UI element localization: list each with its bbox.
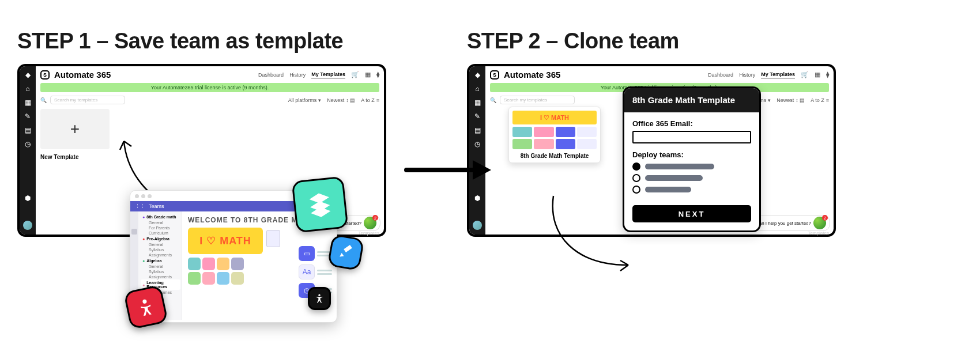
home-icon[interactable]: ⌂ (473, 85, 481, 93)
filter-newest[interactable]: Newest ↕ ▤ (777, 97, 805, 103)
new-template-card[interactable]: + New Template (40, 109, 110, 160)
trial-banner: Your Automate365 trial license is active… (40, 83, 379, 92)
activity-icon[interactable]: ⧫ (826, 71, 829, 78)
window-controls (135, 194, 152, 198)
logo-icon[interactable]: ◆ (24, 71, 32, 79)
nav-history[interactable]: History (739, 72, 755, 78)
accessibility-tile-icon (123, 285, 168, 330)
avatar[interactable] (23, 221, 32, 230)
step2-title: STEP 2 – Clone team (467, 29, 836, 54)
svg-point-1 (142, 299, 147, 304)
team-item[interactable]: Assignments (141, 274, 180, 279)
deploy-option-2[interactable] (632, 174, 751, 182)
filter-platforms[interactable]: All platforms ▾ (288, 97, 322, 103)
templates-tag: Templates (359, 230, 379, 236)
search-input[interactable]: Search my templates (50, 96, 125, 104)
chat-avatar-icon: 2 (813, 217, 826, 229)
new-template-label: New Template (40, 154, 110, 160)
svg-point-0 (318, 294, 320, 296)
email-input[interactable] (632, 131, 751, 143)
filter-newest[interactable]: Newest ↕ ▤ (327, 97, 355, 103)
doc-icon[interactable]: ▤ (473, 126, 481, 134)
clock-icon[interactable]: ◷ (473, 140, 481, 148)
topbar: S Automate 365 Dashboard History My Temp… (40, 70, 379, 80)
clock-icon[interactable]: ◷ (24, 140, 32, 148)
filter-atoz[interactable]: A to Z ≡ (361, 97, 379, 103)
cart-icon[interactable]: 🛒 (801, 71, 809, 78)
nav-dashboard[interactable]: Dashboard (258, 72, 284, 78)
team-item[interactable]: General (141, 242, 180, 247)
wand-icon[interactable]: ✎ (24, 112, 32, 120)
team-item[interactable]: Curriculum (141, 230, 180, 236)
filter-atoz[interactable]: A to Z ≡ (811, 97, 829, 103)
sidebar: ◆ ⌂ ▦ ✎ ▤ ◷ ⬢ (20, 66, 36, 235)
mini-banner: I ♡ MATH (512, 111, 597, 124)
nav-history[interactable]: History (289, 72, 306, 78)
chat-badge: 2 (372, 215, 378, 221)
home-icon[interactable]: ⌂ (24, 85, 32, 93)
settings-icon[interactable]: ▦ (815, 71, 820, 78)
team-item[interactable]: General (141, 264, 180, 269)
team-group-1[interactable]: ●Pre-Algebra (141, 236, 180, 242)
filters: All platforms ▾ Newest ↕ ▤ A to Z ≡ (288, 97, 379, 103)
team-item[interactable]: Syllabus (141, 247, 180, 252)
team-item[interactable]: General (141, 220, 180, 225)
sidebar: ◆ ⌂ ▦ ✎ ▤ ◷ ⬢ (469, 66, 485, 235)
app-logo-icon: S (40, 70, 50, 80)
option-bar (645, 187, 691, 192)
team-item[interactable]: Syllabus (141, 269, 180, 274)
search-input[interactable]: Search my templates (500, 96, 575, 104)
nav: Dashboard History My Templates 🛒 ▦ ⧫ (258, 71, 379, 78)
app-logo-icon: S (490, 70, 499, 80)
cube-icon[interactable]: ⬢ (24, 194, 32, 202)
plus-icon: + (40, 109, 110, 149)
grid-icon[interactable]: ▦ (24, 99, 32, 107)
grid-icon[interactable]: ▦ (473, 99, 481, 107)
deploy-option-3[interactable] (632, 186, 751, 194)
step-1: STEP 1 – Save team as template ◆ ⌂ ▦ ✎ ▤… (17, 29, 386, 237)
activity-icon[interactable]: ⧫ (376, 71, 379, 78)
teams-menu-icon[interactable]: ⋮⋮ (135, 203, 145, 209)
nav-dashboard[interactable]: Dashboard (708, 72, 733, 78)
deploy-label: Deploy teams: (632, 150, 751, 159)
search-icon: 🔍 (40, 97, 47, 103)
deploy-option-1[interactable] (632, 162, 751, 171)
imath-banner: I ♡ MATH (188, 228, 263, 254)
people-icon[interactable] (131, 229, 137, 235)
next-button[interactable]: NEXT (632, 205, 751, 222)
option-bar (645, 175, 703, 181)
team-group-0[interactable]: ●8th Grade math (141, 214, 180, 220)
doc-icon[interactable]: ▤ (24, 126, 32, 134)
settings-icon[interactable]: ▦ (365, 71, 371, 78)
cube-icon[interactable]: ⬢ (473, 194, 481, 202)
nav-templates[interactable]: My Templates (311, 71, 345, 78)
cart-icon[interactable]: 🛒 (351, 71, 359, 78)
template-card[interactable]: I ♡ MATH 8th Grade Math Template (508, 107, 601, 163)
logo-icon[interactable]: ◆ (473, 71, 481, 79)
app-title: Automate 365 (504, 70, 560, 80)
team-item[interactable]: Assignments (141, 252, 180, 258)
nav-templates[interactable]: My Templates (761, 71, 795, 78)
calendar-icon (266, 230, 280, 247)
aa-icon: Aa (299, 264, 315, 279)
option-bar (645, 164, 714, 169)
chat-text: Can I help you get started? (756, 221, 811, 226)
app-title: Automate 365 (54, 70, 111, 80)
stack-tile-icon (292, 176, 349, 233)
teams-title: Teams (149, 203, 164, 209)
avatar[interactable] (473, 221, 482, 230)
step-2: STEP 2 – Clone team ◆ ⌂ ▦ ✎ ▤ ◷ ⬢ S Auto… (467, 29, 836, 237)
card-area: + New Template (40, 109, 379, 160)
radio-icon (632, 174, 640, 182)
step1-title: STEP 1 – Save team as template (17, 29, 386, 54)
templates-tag: Templates (808, 230, 829, 236)
team-item[interactable]: For Parents (141, 225, 180, 230)
email-label: Office 365 Email: (632, 119, 751, 128)
topbar: S Automate 365 Dashboard History My Temp… (490, 70, 829, 80)
book-icon: ▭ (299, 246, 315, 261)
clone-dialog: 8th Grade Math Template Office 365 Email… (623, 86, 761, 232)
wand-icon[interactable]: ✎ (473, 112, 481, 120)
team-group-2[interactable]: ●Algebra (141, 258, 180, 264)
radio-icon (632, 162, 640, 171)
mini-grid (512, 127, 597, 149)
